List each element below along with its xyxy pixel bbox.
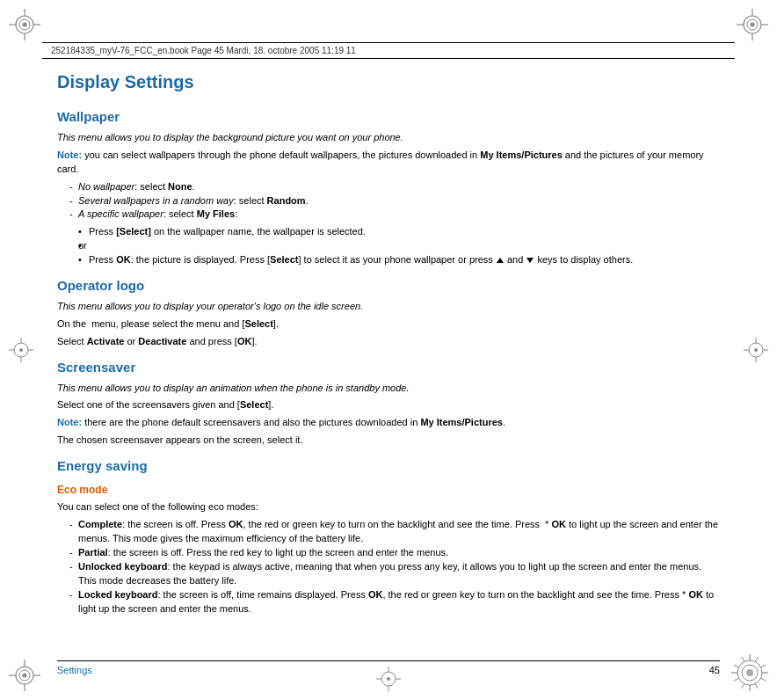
corner-decoration-bl — [9, 660, 40, 691]
list-item: Locked keyboard: the screen is off, time… — [69, 588, 720, 616]
screensaver-note: Note: there are the phone default screen… — [57, 416, 720, 430]
list-item: Press OK: the picture is displayed. Pres… — [78, 253, 720, 267]
list-item: Several wallpapers in a random way: sele… — [69, 194, 720, 208]
svg-point-16 — [23, 674, 27, 678]
list-item: No wallpaper: select None. — [69, 180, 720, 194]
svg-point-49 — [19, 348, 23, 352]
wallpaper-sub-list: Press [Select] on the wallpaper name, th… — [57, 225, 720, 267]
operator-logo-line2: On the menu, please select the menu and … — [57, 317, 720, 332]
section-title-wallpaper: Wallpaper — [57, 107, 720, 127]
corner-decoration-tr — [737, 9, 768, 40]
section-title-screensaver: Screensaver — [57, 358, 720, 377]
crosshair-mid-right — [744, 338, 768, 362]
section-title-operator-logo: Operator logo — [57, 276, 720, 295]
list-item: Press [Select] on the wallpaper name, th… — [78, 225, 720, 239]
svg-line-32 — [734, 678, 739, 681]
sub-section-eco-mode: Eco mode — [57, 483, 720, 498]
list-item: A specific wallpaper: select My Files: — [69, 208, 720, 222]
list-item: Complete: the screen is off. Press OK, t… — [69, 518, 720, 546]
footer-section-label: Settings — [57, 665, 92, 675]
list-item: or — [78, 239, 720, 253]
svg-point-37 — [387, 677, 390, 681]
svg-line-34 — [755, 683, 758, 689]
crosshair-mid-left — [9, 338, 33, 362]
svg-line-29 — [760, 665, 766, 667]
svg-line-35 — [760, 678, 766, 681]
svg-point-9 — [751, 23, 755, 27]
eco-mode-list: Complete: the screen is off. Press OK, t… — [57, 518, 720, 616]
list-item: Partial: the screen is off. Press the re… — [69, 546, 720, 560]
svg-point-2 — [23, 23, 27, 27]
svg-line-30 — [742, 657, 744, 662]
screensaver-intro: This menu allows you to display an anima… — [57, 382, 720, 396]
svg-line-28 — [755, 657, 758, 662]
wallpaper-intro: This menu allows you to display the back… — [57, 131, 720, 145]
screensaver-line3: The chosen screensaver appears on the sc… — [57, 434, 720, 448]
operator-logo-line3: Select Activate or Deactivate and press … — [57, 335, 720, 349]
svg-line-33 — [742, 683, 744, 689]
eco-mode-intro: You can select one of the following eco … — [57, 500, 720, 514]
wallpaper-list: No wallpaper: select None. Several wallp… — [57, 180, 720, 222]
footer: Settings 45 — [57, 660, 720, 675]
wallpaper-note: Note: you can select wallpapers through … — [57, 149, 720, 177]
svg-point-43 — [754, 348, 758, 352]
section-title-energy-saving: Energy saving — [57, 456, 720, 476]
operator-logo-intro: This menu allows you to display your ope… — [57, 300, 720, 314]
page-title: Display Settings — [57, 69, 720, 95]
corner-decoration-tl — [9, 9, 40, 40]
svg-point-23 — [746, 669, 753, 676]
list-item: Unlocked keyboard: the keypad is always … — [69, 560, 720, 588]
corner-decoration-br — [731, 654, 768, 691]
svg-line-31 — [734, 665, 739, 667]
top-bar-text: 252184335_myV-76_FCC_en.book Page 45 Mar… — [51, 46, 356, 55]
screensaver-line2: Select one of the screensavers given and… — [57, 398, 720, 412]
footer-page-number: 45 — [709, 665, 720, 675]
